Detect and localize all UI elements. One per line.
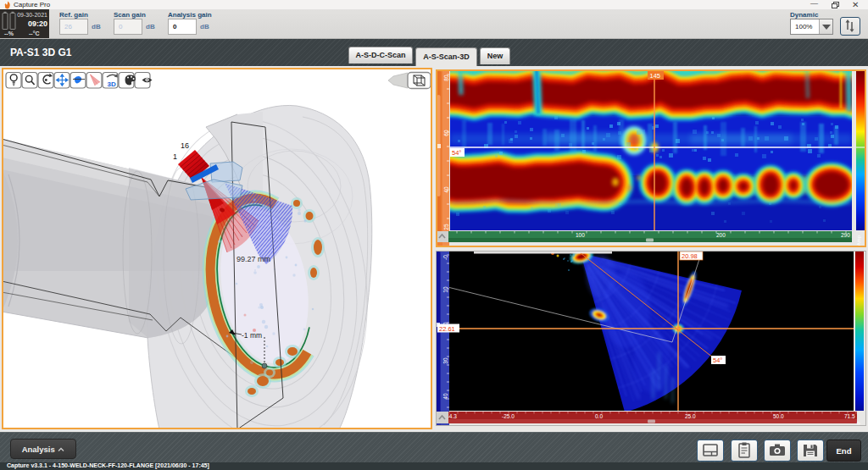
svg-text:145: 145 xyxy=(650,72,661,80)
svg-text:20.98: 20.98 xyxy=(682,252,698,260)
svg-text:200: 200 xyxy=(716,232,726,238)
svg-text:30: 30 xyxy=(442,357,448,364)
svg-text:10: 10 xyxy=(442,286,448,293)
svg-text:25: 25 xyxy=(443,224,449,230)
svg-text:09-30-2021: 09-30-2021 xyxy=(17,12,47,18)
svg-text:-25.0: -25.0 xyxy=(502,413,515,419)
svg-text:50.0: 50.0 xyxy=(773,413,784,419)
svg-text:290: 290 xyxy=(841,232,850,238)
svg-text:80: 80 xyxy=(443,75,449,81)
svg-text:40: 40 xyxy=(442,393,448,400)
svg-text:09:20: 09:20 xyxy=(28,19,47,28)
svg-text:-1 mm: -1 mm xyxy=(242,331,262,340)
svg-text:99.27 mm: 99.27 mm xyxy=(236,255,270,263)
svg-text:60: 60 xyxy=(443,130,449,136)
svg-text:22.61: 22.61 xyxy=(439,325,455,333)
svg-text:54°: 54° xyxy=(713,357,722,364)
svg-text:16: 16 xyxy=(181,141,189,150)
svg-text:-0: -0 xyxy=(442,255,448,260)
svg-text:25.0: 25.0 xyxy=(685,413,696,419)
svg-text:54°: 54° xyxy=(452,149,461,157)
svg-text:Amp: Amp xyxy=(856,235,861,246)
svg-text:--%: --% xyxy=(4,30,14,36)
svg-text:71.5: 71.5 xyxy=(844,413,855,419)
svg-text:--°C: --°C xyxy=(29,30,40,36)
svg-text:3D: 3D xyxy=(108,80,116,88)
svg-text:100: 100 xyxy=(576,232,585,238)
svg-text:0.0: 0.0 xyxy=(595,413,603,419)
svg-text:1: 1 xyxy=(173,152,177,161)
